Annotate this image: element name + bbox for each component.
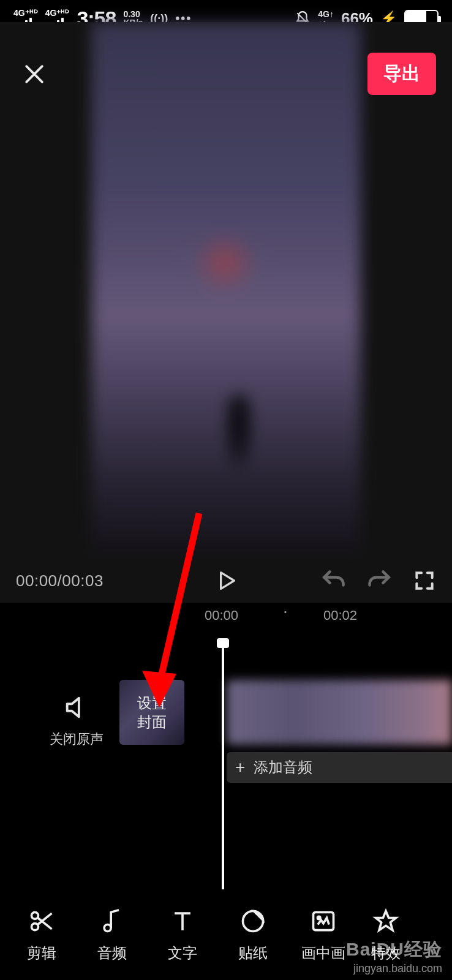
bottom-toolbar: 剪辑 音频 文字 贴纸 [0, 889, 452, 980]
set-cover-button[interactable]: 设置 封面 [119, 680, 184, 745]
tool-effects-label: 特效 [371, 943, 401, 963]
plus-icon: + [235, 758, 245, 777]
undo-button[interactable] [320, 567, 347, 594]
picture-in-picture-icon [310, 907, 337, 936]
add-audio-label: 添加音频 [254, 758, 312, 777]
playhead[interactable] [222, 639, 224, 889]
timeline-area[interactable]: 00:00 · 00:02 关闭原声 设置 封面 + 添加音频 [0, 603, 452, 889]
time-total: 00:03 [62, 571, 104, 590]
tool-text[interactable]: 文字 [147, 907, 217, 963]
network-type-top: 4G↑ [318, 10, 334, 18]
tool-pip-label: 画中画 [301, 943, 345, 963]
tool-effects[interactable]: 特效 [358, 907, 413, 963]
tool-audio[interactable]: 音频 [77, 907, 147, 963]
editor-top-bar: 导出 [0, 34, 452, 95]
export-button[interactable]: 导出 [367, 53, 436, 95]
mute-label: 关闭原声 [37, 730, 116, 748]
sticker-icon [239, 907, 266, 936]
play-button[interactable] [214, 568, 238, 593]
ruler-tick-0: 00:00 [205, 608, 238, 624]
svg-rect-5 [313, 912, 333, 930]
signal-2-label: 4G⁺ᴴᴰ [45, 9, 70, 17]
tool-text-label: 文字 [168, 943, 197, 963]
text-icon [169, 907, 196, 936]
svg-point-6 [317, 916, 320, 919]
video-clip[interactable] [227, 680, 452, 745]
cover-label-line2: 封面 [137, 712, 167, 731]
tool-pip[interactable]: 画中画 [288, 907, 358, 963]
ruler-tick-2: 00:02 [323, 608, 357, 624]
mute-original-sound[interactable]: 关闭原声 [37, 693, 116, 748]
tool-edit-label: 剪辑 [27, 943, 56, 963]
add-audio-button[interactable]: + 添加音频 [227, 752, 452, 783]
close-button[interactable] [16, 56, 53, 92]
net-speed-value: 0.30 [123, 10, 143, 18]
redo-button[interactable] [366, 567, 393, 594]
tool-sticker-label: 贴纸 [238, 943, 268, 963]
speaker-icon [37, 693, 116, 722]
cover-label-line1: 设置 [137, 693, 167, 712]
signal-1-label: 4G⁺ᴴᴰ [13, 9, 38, 17]
star-icon [372, 907, 399, 936]
svg-point-2 [31, 924, 38, 930]
video-preview-area [0, 22, 452, 559]
tool-sticker[interactable]: 贴纸 [217, 907, 288, 963]
time-display: 00:00/00:03 [16, 571, 104, 590]
tool-edit[interactable]: 剪辑 [6, 907, 77, 963]
svg-point-1 [31, 912, 38, 919]
tool-audio-label: 音频 [97, 943, 127, 963]
fullscreen-button[interactable] [413, 569, 436, 592]
scissors-icon [28, 907, 55, 936]
playback-right-controls [320, 567, 436, 594]
playback-controls: 00:00/00:03 [0, 559, 452, 603]
ruler-tick-dot: · [283, 603, 288, 621]
video-preview[interactable] [91, 22, 361, 555]
timeline-ruler: 00:00 · 00:02 [0, 604, 452, 626]
time-current: 00:00 [16, 571, 58, 590]
music-note-icon [99, 907, 126, 936]
